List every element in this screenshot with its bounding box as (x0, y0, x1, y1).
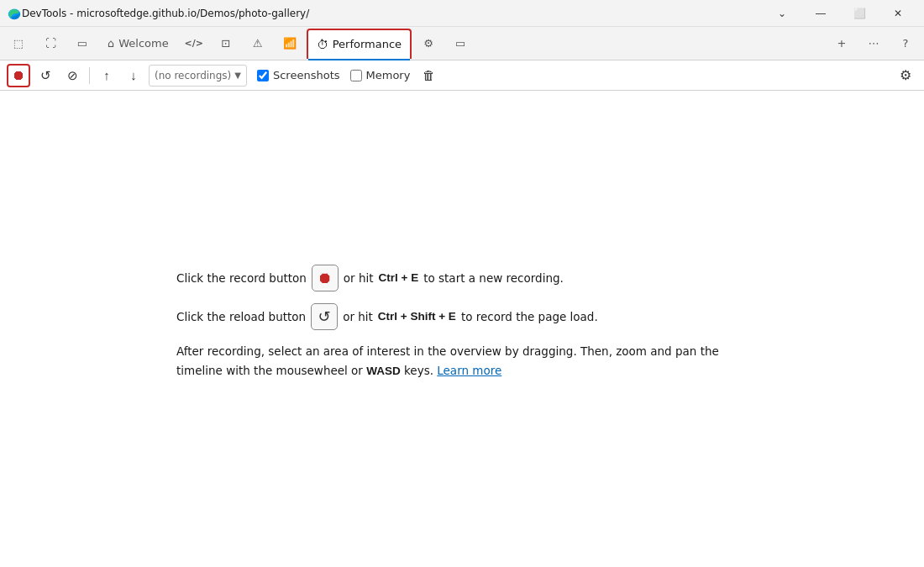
screenshots-group: Screenshots (257, 69, 340, 81)
sources-icon: ⚠ (253, 37, 263, 50)
upload-button[interactable]: ↑ (95, 64, 118, 87)
clear-icon: ⊘ (67, 68, 78, 83)
inspect-icon: ⛶ (45, 37, 56, 50)
tab-help[interactable]: ? (890, 29, 921, 59)
settings-icon: ⚙ (900, 67, 911, 83)
welcome-home-icon: ⌂ (108, 37, 114, 50)
tab-welcome[interactable]: ⌂ Welcome (99, 29, 177, 59)
tab-network[interactable]: 📶 (275, 29, 305, 59)
tab-sources[interactable]: ⚠ (243, 29, 273, 59)
inline-reload-icon: ↺ (311, 303, 338, 330)
edge-logo-icon (7, 6, 22, 21)
clear-button[interactable]: ⊘ (60, 64, 84, 87)
screenshots-checkbox[interactable] (257, 70, 269, 81)
instruction-reload-before: Click the reload button (176, 307, 306, 327)
welcome-tab-label: Welcome (118, 37, 168, 50)
tab-application[interactable]: ▭ (445, 29, 475, 59)
instructions-panel: Click the record button ⏺ or hit Ctrl + … (176, 265, 748, 393)
inline-record-icon: ⏺ (312, 265, 339, 291)
instruction-overview-bold: WASD (366, 364, 401, 377)
record-button[interactable]: ⏺ (7, 64, 30, 87)
instruction-reload-or: or hit (343, 307, 373, 327)
settings-button[interactable]: ⚙ (894, 64, 917, 87)
tab-screencast[interactable]: ⬚ (3, 29, 34, 59)
tab-more[interactable]: ⋯ (858, 29, 889, 59)
tab-memory-tool[interactable]: ⚙ (413, 29, 444, 59)
chevron-button[interactable]: ⌄ (763, 0, 801, 27)
toolbar-divider-1 (89, 67, 90, 84)
instruction-overview-end: keys. (404, 364, 433, 377)
tab-inspect[interactable]: ⛶ (35, 29, 66, 59)
add-tab-icon: + (837, 37, 847, 50)
network-icon: 📶 (283, 37, 297, 50)
device-icon: ▭ (77, 37, 87, 50)
delete-recording-button[interactable]: 🗑 (417, 64, 440, 87)
memory-label[interactable]: Memory (366, 69, 411, 81)
screencast-icon: ⬚ (13, 37, 24, 50)
recordings-placeholder: (no recordings) (155, 70, 231, 81)
instruction-record-before: Click the record button (176, 269, 307, 288)
restore-button[interactable]: ⬜ (840, 0, 879, 27)
recordings-dropdown[interactable]: (no recordings) ▼ (149, 65, 247, 87)
tab-elements[interactable]: </> (179, 29, 209, 59)
record-icon: ⏺ (12, 68, 25, 83)
upload-icon: ↑ (103, 68, 110, 82)
help-icon: ? (903, 37, 909, 50)
memory-checkbox[interactable] (350, 70, 362, 81)
title-bar: DevTools - microsoftedge.github.io/Demos… (0, 0, 924, 27)
tab-device[interactable]: ▭ (67, 29, 97, 59)
memory-tool-icon: ⚙ (423, 37, 433, 50)
instruction-reload-line: Click the reload button ↺ or hit Ctrl + … (176, 303, 748, 330)
application-icon: ▭ (455, 37, 465, 50)
elements-icon: </> (185, 38, 203, 49)
title-bar-controls: ⌄ — ⬜ ✕ (763, 0, 917, 27)
tab-add[interactable]: + (827, 29, 857, 59)
performance-icon: ⏱ (317, 38, 328, 51)
trash-icon: 🗑 (423, 68, 435, 82)
instruction-record-or: or hit (344, 269, 374, 288)
instruction-reload-end: to record the page load. (461, 307, 598, 327)
instruction-record-line: Click the record button ⏺ or hit Ctrl + … (176, 265, 748, 291)
reload-icon: ↺ (40, 68, 51, 83)
instruction-reload-shortcut: Ctrl + Shift + E (378, 307, 456, 327)
close-button[interactable]: ✕ (879, 0, 917, 27)
console-icon: ⊡ (221, 37, 230, 50)
secondary-toolbar: ⏺ ↺ ⊘ ↑ ↓ (no recordings) ▼ Screenshots … (0, 60, 924, 91)
reload-record-button[interactable]: ↺ (34, 64, 57, 87)
download-icon: ↓ (130, 68, 137, 82)
learn-more-link[interactable]: Learn more (437, 364, 501, 377)
download-button[interactable]: ↓ (122, 64, 145, 87)
performance-tab-label: Performance (333, 38, 402, 50)
memory-group: Memory (350, 69, 411, 81)
minimize-button[interactable]: — (801, 0, 840, 27)
more-icon: ⋯ (869, 37, 879, 50)
screenshots-label[interactable]: Screenshots (273, 69, 340, 81)
instruction-record-shortcut: Ctrl + E (379, 268, 419, 288)
title-bar-title: DevTools - microsoftedge.github.io/Demos… (22, 8, 763, 19)
instruction-overview-line: After recording, select an area of inter… (176, 342, 748, 381)
tab-performance[interactable]: ⏱ Performance (307, 29, 412, 59)
dropdown-chevron-icon: ▼ (234, 71, 241, 80)
main-content: Click the record button ⏺ or hit Ctrl + … (0, 91, 924, 567)
instruction-record-end: to start a new recording. (423, 269, 564, 288)
tab-console[interactable]: ⊡ (211, 29, 241, 59)
devtools-tabs-bar: ⬚ ⛶ ▭ ⌂ Welcome </> ⊡ ⚠ 📶 ⏱ Performance … (0, 27, 924, 60)
